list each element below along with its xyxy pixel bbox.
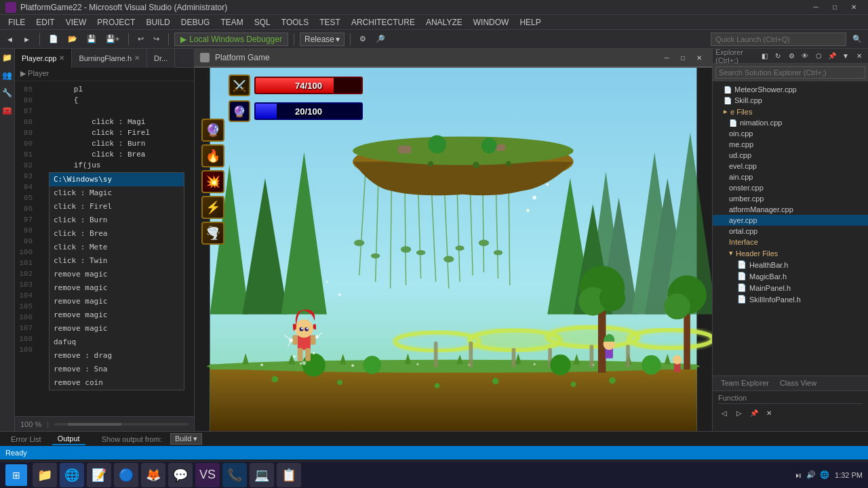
start-debug-button[interactable]: ▶ Local Windows Debugger — [174, 33, 288, 46]
fp-btn-2[interactable]: ▷ — [733, 407, 745, 419]
ac-item[interactable]: remove magic — [50, 308, 184, 322]
menu-test[interactable]: TEST — [314, 16, 346, 28]
preview-button[interactable]: 👁 — [799, 50, 811, 62]
forward-button[interactable]: ► — [20, 32, 34, 47]
game-minimize-button[interactable]: ─ — [659, 52, 674, 64]
menu-view[interactable]: VIEW — [60, 16, 92, 28]
tree-item-skill[interactable]: 📄 Skill.cpp — [713, 95, 868, 106]
menu-build[interactable]: BUILD — [140, 16, 175, 28]
tree-item-platform-manager[interactable]: atformManager.cpp — [713, 204, 868, 215]
tree-item-interface[interactable]: Interface — [713, 237, 868, 247]
skill-icon-4[interactable]: ⚡ — [201, 196, 224, 219]
game-restore-button[interactable]: □ — [675, 52, 690, 64]
tree-item-meteor-shower[interactable]: 📄 MeteorShower.cpp — [713, 84, 868, 95]
tree-item-ud[interactable]: ud.cpp — [713, 150, 868, 161]
class-view-tab[interactable]: Class View — [774, 378, 822, 388]
menu-tools[interactable]: TOOLS — [276, 16, 314, 28]
ac-item[interactable]: click : Mete — [50, 241, 184, 254]
ac-item[interactable]: remove : Sna — [50, 363, 184, 376]
minimize-button[interactable]: ─ — [807, 1, 825, 14]
tree-item-number[interactable]: umber.cpp — [713, 193, 868, 204]
taskbar-firefox[interactable]: 🦊 — [141, 463, 165, 487]
skill-icon-5[interactable]: 🌪️ — [201, 222, 224, 245]
tree-item-animation[interactable]: 📄 nimation.cpp — [713, 117, 868, 128]
tree-item-portal[interactable]: ortal.cpp — [713, 226, 868, 237]
tree-item-monster[interactable]: onster.cpp — [713, 182, 868, 193]
tree-item-magicbar[interactable]: 📄 MagicBar.h — [713, 270, 868, 282]
tree-item-e-files[interactable]: ▸ e Files — [713, 106, 868, 117]
quick-launch-input[interactable] — [711, 33, 846, 46]
toolbar-btn-extra1[interactable]: ⚙ — [356, 32, 370, 47]
taskbar-visual-studio[interactable]: VS — [195, 463, 220, 487]
tab-dr[interactable]: Dr... — [147, 49, 175, 68]
properties-icon[interactable]: 🔧 — [1, 87, 14, 99]
taskbar-edge[interactable]: 🔵 — [114, 463, 138, 487]
tree-item-mainpanel[interactable]: 📄 MainPanel.h — [713, 282, 868, 293]
tray-icon-1[interactable]: ⏯ — [795, 471, 802, 479]
toolbox-icon[interactable]: 🧰 — [1, 104, 14, 117]
collapse-button[interactable]: ◧ — [758, 50, 770, 62]
taskbar-libreoffice[interactable]: 📝 — [87, 463, 111, 487]
menu-architecture[interactable]: ARCHITECTURE — [346, 16, 420, 28]
team-explorer-tab[interactable]: Team Explorer — [715, 378, 774, 388]
taskbar-whatsapp[interactable]: 💬 — [168, 463, 193, 487]
tree-item-header-files[interactable]: ▾ Header Files — [713, 247, 868, 259]
output-tab[interactable]: Output — [52, 433, 85, 445]
taskbar-notepad[interactable]: 📋 — [277, 463, 301, 487]
tree-item-me[interactable]: me.cpp — [713, 139, 868, 150]
menu-project[interactable]: PROJECT — [92, 16, 140, 28]
config-dropdown[interactable]: Release ▾ — [300, 33, 344, 46]
toolbar-btn-extra2[interactable]: 🔎 — [372, 32, 389, 47]
tree-item-level[interactable]: evel.cpp — [713, 161, 868, 171]
open-file-button[interactable]: 📂 — [64, 32, 81, 47]
taskbar-file-manager[interactable]: 📁 — [33, 463, 57, 487]
refresh-button[interactable]: ↻ — [772, 50, 784, 62]
save-button[interactable]: 💾 — [83, 32, 100, 47]
solution-explorer-icon[interactable]: 📁 — [1, 52, 14, 64]
ac-item[interactable]: remove magic — [50, 281, 184, 295]
ac-item[interactable]: click : Brea — [50, 227, 184, 241]
skill-icon-3[interactable]: 💥 — [201, 170, 224, 193]
taskbar-terminal[interactable]: 💻 — [250, 463, 274, 487]
menu-edit[interactable]: EDIT — [31, 16, 60, 28]
menu-debug[interactable]: DEBUG — [176, 16, 216, 28]
menu-help[interactable]: HELP — [514, 16, 546, 28]
system-clock[interactable]: 1:32 PM — [835, 471, 863, 479]
new-file-button[interactable]: 📄 — [45, 32, 62, 47]
tree-item-main[interactable]: ain.cpp — [713, 171, 868, 182]
tab-player-cpp[interactable]: Player.cpp ✕ — [15, 49, 72, 68]
quick-launch-search-button[interactable]: 🔍 — [849, 32, 865, 47]
ac-item[interactable]: dafuq — [50, 336, 184, 349]
close-button[interactable]: ✕ — [845, 1, 863, 14]
skill-icon-1[interactable]: 🔮 — [201, 119, 224, 142]
team-explorer-icon[interactable]: 👥 — [1, 69, 14, 81]
output-source-dropdown[interactable]: Build ▾ — [170, 433, 203, 445]
tab-burning-flame[interactable]: BurningFlame.h ✕ — [72, 49, 147, 68]
expand-button[interactable]: ⬡ — [812, 50, 825, 62]
menu-sql[interactable]: SQL — [249, 16, 276, 28]
ac-item[interactable]: remove magic — [50, 295, 184, 308]
ac-item[interactable]: C:\Windows\sy — [50, 173, 184, 186]
dock-button[interactable]: ▼ — [840, 50, 852, 62]
tray-icon-2[interactable]: 🔊 — [806, 470, 816, 479]
ac-item[interactable]: click : Firel — [50, 200, 184, 214]
undo-button[interactable]: ↩ — [134, 32, 147, 47]
back-button[interactable]: ◄ — [3, 32, 17, 47]
skill-icon-2[interactable]: 🔥 — [201, 144, 224, 167]
game-close-button[interactable]: ✕ — [692, 52, 707, 64]
start-button[interactable]: ⊞ — [5, 464, 27, 486]
ac-item[interactable]: click : Burn — [50, 214, 184, 227]
pin-button[interactable]: 📌 — [826, 50, 838, 62]
ac-item[interactable]: remove coin — [50, 376, 184, 390]
tab-close-icon[interactable]: ✕ — [59, 54, 64, 62]
fp-close-button[interactable]: ✕ — [763, 407, 775, 419]
tab-close-icon[interactable]: ✕ — [134, 54, 140, 62]
fp-btn-1[interactable]: ◁ — [718, 407, 730, 419]
menu-team[interactable]: TEAM — [215, 16, 248, 28]
tree-item-skillinfopanel[interactable]: 📄 SkillInfoPanel.h — [713, 293, 868, 305]
ac-item[interactable]: remove magic — [50, 268, 184, 281]
ac-item[interactable]: remove : drag — [50, 349, 184, 363]
fp-pin-button[interactable]: 📌 — [748, 407, 760, 419]
taskbar-skype[interactable]: 📞 — [222, 463, 247, 487]
tree-item-healthbar[interactable]: 📄 HealthBar.h — [713, 259, 868, 270]
